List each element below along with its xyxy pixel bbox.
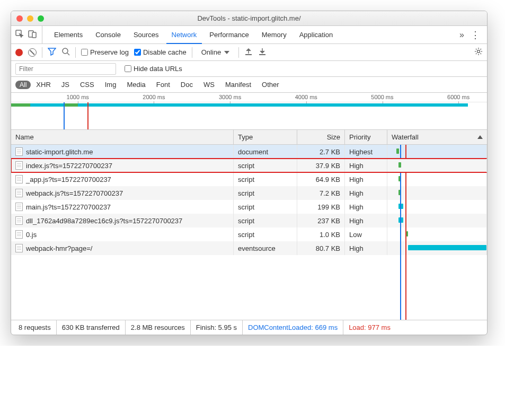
request-priority: High <box>345 241 387 255</box>
upload-har-icon[interactable] <box>244 47 253 57</box>
tab-application[interactable]: Application <box>294 26 339 44</box>
request-size: 199 KB <box>297 200 345 214</box>
request-type: document <box>234 145 297 159</box>
type-filter-img[interactable]: Img <box>105 81 117 89</box>
request-row[interactable]: main.js?ts=1572270700237script199 KBHigh <box>11 200 487 214</box>
tab-console[interactable]: Console <box>90 26 126 44</box>
throttling-select[interactable]: Online <box>198 47 234 58</box>
panel-tabs: ElementsConsoleSourcesNetworkPerformance… <box>11 26 487 44</box>
network-toolbar: Preserve log Disable cache Online <box>11 44 487 61</box>
col-header-waterfall[interactable]: Waterfall <box>387 130 487 144</box>
maximize-button[interactable] <box>38 15 44 22</box>
request-type: script <box>234 214 297 228</box>
clear-button[interactable] <box>28 48 37 57</box>
timeline-overview[interactable]: 1000 ms2000 ms3000 ms4000 ms5000 ms6000 … <box>11 93 487 130</box>
divider <box>192 47 192 58</box>
tab-memory[interactable]: Memory <box>256 26 292 44</box>
request-row[interactable]: 0.jsscript1.0 KBLow <box>11 228 487 241</box>
type-filter-bar: All XHRJSCSSImgMediaFontDocWSManifestOth… <box>11 77 487 93</box>
tab-network[interactable]: Network <box>166 26 202 44</box>
status-load: Load: 977 ms <box>343 320 396 335</box>
request-waterfall <box>387 228 487 241</box>
filter-toggle-icon[interactable] <box>48 47 56 57</box>
request-row[interactable]: webpack-hmr?page=/eventsource80.7 KBHigh <box>11 241 487 255</box>
titlebar: DevTools - static-import.glitch.me/ <box>11 11 487 26</box>
request-row[interactable]: static-import.glitch.medocument2.7 KBHig… <box>11 145 487 159</box>
request-size: 1.0 KB <box>297 228 345 241</box>
tab-sources[interactable]: Sources <box>128 26 164 44</box>
timeline-tick: 2000 ms <box>143 94 165 100</box>
svg-rect-2 <box>32 32 36 38</box>
download-har-icon[interactable] <box>258 47 267 57</box>
request-table-body: static-import.glitch.medocument2.7 KBHig… <box>11 145 487 320</box>
request-size: 80.7 KB <box>297 241 345 255</box>
col-header-type[interactable]: Type <box>234 130 297 144</box>
file-icon <box>15 189 23 197</box>
request-priority: High <box>345 172 387 186</box>
settings-gear-icon[interactable] <box>474 47 483 57</box>
type-filter-media[interactable]: Media <box>127 81 145 89</box>
filter-bar: Hide data URLs <box>11 61 487 77</box>
divider <box>238 47 239 58</box>
status-finish: Finish: 5.95 s <box>191 320 243 335</box>
type-filter-ws[interactable]: WS <box>203 81 215 89</box>
request-waterfall <box>387 241 487 255</box>
search-icon[interactable] <box>61 47 70 57</box>
col-header-size[interactable]: Size <box>297 130 345 144</box>
request-waterfall <box>387 200 487 214</box>
status-requests: 8 requests <box>13 320 57 335</box>
more-tabs-icon[interactable]: » <box>459 30 464 40</box>
type-filter-js[interactable]: JS <box>61 81 69 89</box>
window-title: DevTools - static-import.glitch.me/ <box>11 14 487 22</box>
request-row[interactable]: index.js?ts=1572270700237script37.9 KBHi… <box>11 159 487 172</box>
timeline-tick: 4000 ms <box>295 94 317 100</box>
file-icon <box>15 203 23 211</box>
hide-data-urls-label: Hide data URLs <box>134 65 182 73</box>
status-resources: 2.8 MB resources <box>126 320 191 335</box>
request-row[interactable]: dll_1762a4d98a7289ec16c9.js?ts=157227070… <box>11 214 487 228</box>
request-priority: Highest <box>345 145 387 159</box>
request-name: webpack-hmr?page=/ <box>26 244 92 252</box>
type-filter-doc[interactable]: Doc <box>181 81 193 89</box>
request-waterfall <box>387 172 487 186</box>
type-filter-xhr[interactable]: XHR <box>36 81 50 89</box>
file-icon <box>15 161 23 170</box>
request-row[interactable]: webpack.js?ts=1572270700237script7.2 KBH… <box>11 186 487 200</box>
disable-cache-checkbox[interactable]: Disable cache <box>134 48 187 56</box>
request-waterfall <box>387 159 487 172</box>
device-toolbar-icon[interactable] <box>28 30 37 40</box>
type-filter-all[interactable]: All <box>15 81 31 89</box>
request-waterfall <box>387 214 487 228</box>
minimize-button[interactable] <box>27 15 33 22</box>
tab-performance[interactable]: Performance <box>204 26 254 44</box>
filter-input[interactable] <box>15 63 116 75</box>
request-table-header: Name Type Size Priority Waterfall <box>11 130 487 145</box>
request-waterfall <box>387 186 487 200</box>
file-icon <box>15 230 23 239</box>
inspect-element-icon[interactable] <box>15 30 24 40</box>
request-type: script <box>234 186 297 200</box>
col-header-priority[interactable]: Priority <box>345 130 387 144</box>
col-header-name[interactable]: Name <box>11 130 234 144</box>
type-filter-manifest[interactable]: Manifest <box>225 81 251 89</box>
request-size: 64.9 KB <box>297 172 345 186</box>
request-type: script <box>234 200 297 214</box>
type-filter-other[interactable]: Other <box>262 81 279 89</box>
svg-point-4 <box>477 50 480 53</box>
status-domcontentloaded: DOMContentLoaded: 669 ms <box>243 320 343 335</box>
preserve-log-checkbox[interactable]: Preserve log <box>81 48 129 56</box>
request-size: 237 KB <box>297 214 345 228</box>
type-filter-css[interactable]: CSS <box>80 81 94 89</box>
divider <box>42 47 42 58</box>
type-filter-font[interactable]: Font <box>156 81 170 89</box>
request-name: dll_1762a4d98a7289ec16c9.js?ts=157227070… <box>26 217 182 225</box>
record-button[interactable] <box>15 49 23 56</box>
request-name: _app.js?ts=1572270700237 <box>26 176 111 183</box>
kebab-menu-icon[interactable]: ⋮ <box>471 29 480 41</box>
tab-elements[interactable]: Elements <box>49 26 88 44</box>
hide-data-urls-checkbox[interactable]: Hide data URLs <box>125 65 182 73</box>
request-row[interactable]: _app.js?ts=1572270700237script64.9 KBHig… <box>11 172 487 186</box>
status-bar: 8 requests 630 KB transferred 2.8 MB res… <box>11 320 487 335</box>
request-name: main.js?ts=1572270700237 <box>26 203 111 211</box>
close-button[interactable] <box>16 15 23 22</box>
